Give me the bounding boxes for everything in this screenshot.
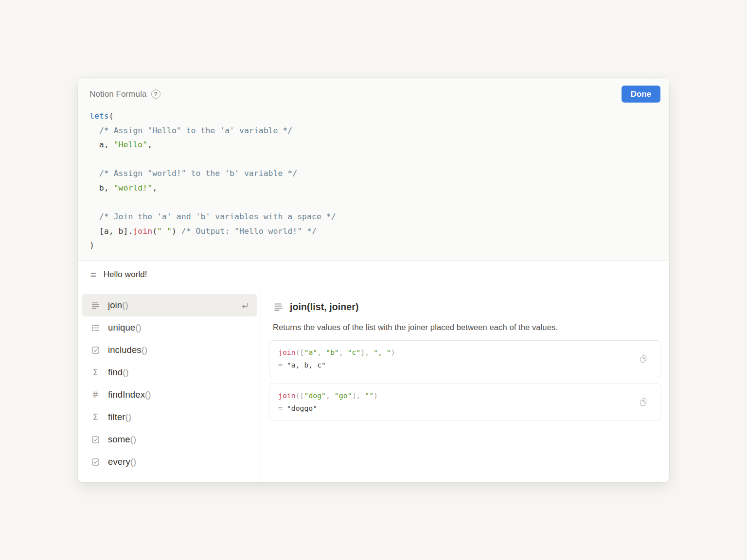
- example-card: join(["dog", "go"], "")= "doggo": [269, 384, 661, 420]
- function-name: filter(): [108, 412, 131, 422]
- function-name: unique(): [108, 322, 142, 333]
- example-expression: join(["dog", "go"], ""): [278, 389, 378, 402]
- function-parens: (): [125, 412, 132, 422]
- function-parens: (): [135, 322, 142, 332]
- function-doc-panel: join(list, joiner) Returns the values of…: [261, 289, 669, 482]
- equals-icon: =: [90, 269, 96, 280]
- function-list-item-unique[interactable]: unique(): [82, 316, 257, 339]
- example-result: = "doggo": [278, 402, 378, 415]
- formula-editor-modal: Notion Formula ? Done lets( /* Assign "H…: [78, 78, 669, 482]
- example-expression: join(["a", "b", "c"], ", "): [278, 346, 395, 359]
- function-name: find(): [108, 367, 129, 378]
- function-list: join()unique()includes()Σfind()#findInde…: [78, 289, 261, 482]
- function-list-item-find[interactable]: Σfind(): [82, 361, 257, 384]
- function-parens: (): [130, 456, 137, 467]
- copy-button[interactable]: [637, 395, 650, 409]
- function-list-item-findIndex[interactable]: #findIndex(): [82, 384, 257, 406]
- bulleted-list-icon: [90, 323, 101, 332]
- checkbox-icon: [90, 457, 101, 467]
- code-line: lets(: [89, 109, 660, 123]
- function-parens: (): [130, 434, 137, 444]
- example-result: = "a, b, c": [278, 359, 395, 371]
- example-code: join(["dog", "go"], "")= "doggo": [278, 389, 378, 415]
- code-line: /* Assign "world!" to the 'b' variable *…: [89, 166, 660, 181]
- code-line: /* Join the 'a' and 'b' variables with a…: [89, 210, 660, 224]
- formula-result-bar: = Hello world!: [78, 261, 669, 289]
- doc-header: join(list, joiner): [273, 301, 661, 313]
- align-lines-icon: [90, 301, 101, 310]
- checkbox-icon: [90, 435, 101, 444]
- doc-description: Returns the values of the list with the …: [273, 323, 661, 332]
- help-icon[interactable]: ?: [151, 89, 160, 99]
- code-line: b, "world!",: [89, 181, 660, 195]
- code-line: /* Assign "Hello" to the 'a' variable */: [89, 123, 660, 138]
- examples: join(["a", "b", "c"], ", ")= "a, b, c"jo…: [269, 340, 661, 420]
- function-list-item-filter[interactable]: Σfilter(): [82, 406, 257, 428]
- code-line: ): [89, 238, 660, 253]
- code-line: [89, 152, 660, 167]
- hash-icon: #: [90, 390, 101, 399]
- function-list-item-join[interactable]: join(): [82, 294, 257, 316]
- function-parens: (): [123, 367, 129, 377]
- example-card: join(["a", "b", "c"], ", ")= "a, b, c": [269, 340, 661, 377]
- sigma-icon: Σ: [90, 413, 101, 421]
- function-name: some(): [108, 434, 136, 445]
- function-parens: (): [145, 389, 151, 400]
- sigma-icon: Σ: [90, 368, 101, 377]
- function-list-item-includes[interactable]: includes(): [82, 339, 257, 361]
- function-name: join(): [108, 300, 128, 311]
- formula-editor-section: Notion Formula ? Done lets( /* Assign "H…: [78, 78, 669, 261]
- function-name: findIndex(): [108, 389, 151, 400]
- modal-title: Notion Formula: [89, 89, 147, 99]
- copy-icon: [639, 354, 648, 364]
- function-parens: (): [142, 345, 148, 355]
- reference-area: join()unique()includes()Σfind()#findInde…: [78, 289, 669, 482]
- function-list-item-some[interactable]: some(): [82, 428, 257, 451]
- align-lines-icon: [273, 302, 284, 312]
- function-list-item-every[interactable]: every(): [82, 451, 257, 473]
- function-parens: (): [122, 300, 128, 310]
- formula-result-value: Hello world!: [104, 270, 147, 280]
- function-name: includes(): [108, 345, 147, 355]
- done-button[interactable]: Done: [622, 86, 661, 103]
- code-line: [a, b].join(" ") /* Output: "Hello world…: [89, 224, 660, 239]
- copy-button[interactable]: [637, 352, 650, 366]
- copy-icon: [639, 397, 648, 407]
- code-line: a, "Hello",: [89, 138, 660, 152]
- editor-header: Notion Formula ? Done: [89, 86, 660, 103]
- checkbox-icon: [90, 346, 101, 355]
- function-name: every(): [108, 456, 136, 467]
- code-line: [89, 195, 660, 210]
- doc-title: join(list, joiner): [290, 301, 359, 313]
- formula-code-editor[interactable]: lets( /* Assign "Hello" to the 'a' varia…: [89, 109, 660, 253]
- enter-icon: [240, 300, 250, 311]
- example-code: join(["a", "b", "c"], ", ")= "a, b, c": [278, 346, 395, 371]
